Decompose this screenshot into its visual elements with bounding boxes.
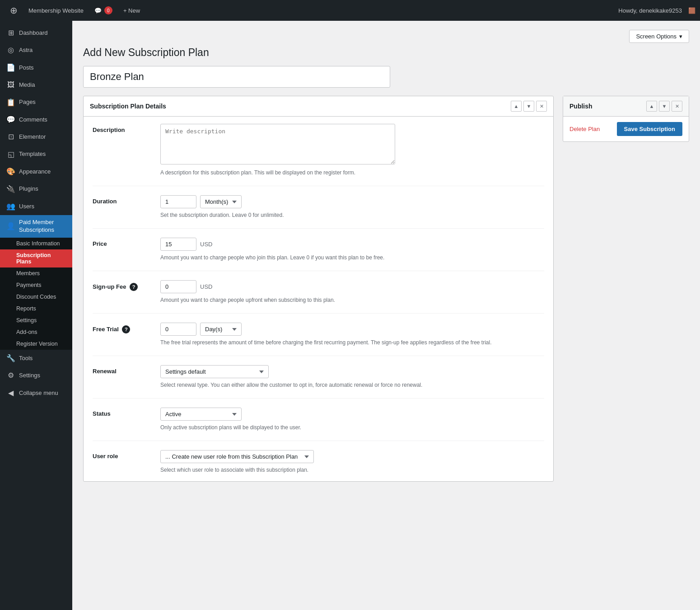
duration-input[interactable] — [160, 195, 196, 208]
signup-fee-field: USD Amount you want to charge people upf… — [160, 280, 544, 304]
metabox-body: Description A description for this subsc… — [84, 117, 553, 481]
free-trial-input[interactable] — [160, 323, 196, 336]
sidebar: ⊞ Dashboard ◎ Astra 📄 Posts 🖼 Media 📋 Pa… — [0, 21, 72, 610]
sidebar-item-pages[interactable]: 📋 Pages — [0, 94, 72, 111]
metabox-close-button[interactable]: ✕ — [536, 101, 547, 112]
astra-icon: ◎ — [6, 45, 15, 55]
form-row-description: Description A description for this subsc… — [93, 124, 544, 186]
subscription-plan-details-metabox: Subscription Plan Details ▲ ▼ ✕ Descript… — [83, 96, 554, 482]
sidebar-item-dashboard[interactable]: ⊞ Dashboard — [0, 24, 72, 42]
plan-name-input[interactable] — [83, 66, 390, 88]
sidebar-item-templates[interactable]: ◱ Templates — [0, 146, 72, 163]
adminbar-site-name[interactable]: Membership Website — [23, 0, 89, 21]
submenu-subscription-plans[interactable]: Subscription Plans — [0, 249, 72, 267]
price-input[interactable] — [160, 238, 196, 251]
price-label: Price — [93, 238, 151, 247]
sidebar-item-tools[interactable]: 🔧 Tools — [0, 350, 72, 367]
publish-collapse-up-button[interactable]: ▲ — [646, 101, 657, 112]
price-field: USD Amount you want to charge people who… — [160, 238, 544, 262]
publish-metabox-controls: ▲ ▼ ✕ — [646, 101, 682, 112]
submenu-reports[interactable]: Reports — [0, 303, 72, 314]
admin-bar: ⊕ Membership Website 💬 0 + New Howdy, de… — [0, 0, 700, 21]
metabox-collapse-down-button[interactable]: ▼ — [523, 101, 534, 112]
free-trial-hint: The free trial represents the amount of … — [160, 338, 544, 347]
chevron-down-icon: ▾ — [679, 33, 682, 40]
duration-hint: Set the subscription duration. Leave 0 f… — [160, 211, 544, 219]
submenu-add-ons[interactable]: Add-ons — [0, 326, 72, 338]
page-title: Add New Subscription Plan — [83, 47, 689, 59]
signup-fee-input[interactable] — [160, 280, 196, 293]
price-currency: USD — [200, 241, 212, 248]
sidebar-item-settings[interactable]: ⚙ Settings — [0, 367, 72, 384]
duration-label: Duration — [93, 195, 151, 205]
signup-fee-hint: Amount you want to charge people upfront… — [160, 296, 544, 304]
pages-icon: 📋 — [6, 98, 15, 108]
form-row-price: Price USD Amount you want to charge peop… — [93, 238, 544, 271]
submenu-discount-codes[interactable]: Discount Codes — [0, 291, 72, 303]
signup-fee-help-icon[interactable]: ? — [130, 283, 138, 291]
appearance-icon: 🎨 — [6, 167, 15, 177]
sidebar-item-plugins[interactable]: 🔌 Plugins — [0, 181, 72, 198]
sidebar-item-paid-member[interactable]: 👤 Paid Member Subscriptions — [0, 215, 72, 238]
duration-field: Day(s) Week(s) Month(s) Year(s) Set the … — [160, 195, 544, 219]
main-content: Screen Options ▾ Add New Subscription Pl… — [72, 21, 700, 610]
metabox-collapse-up-button[interactable]: ▲ — [511, 101, 522, 112]
adminbar-new[interactable]: + New — [118, 0, 145, 21]
save-subscription-button[interactable]: Save Subscription — [617, 122, 682, 136]
metabox-controls: ▲ ▼ ✕ — [511, 101, 547, 112]
description-textarea[interactable] — [160, 124, 395, 164]
dashboard-icon: ⊞ — [6, 28, 15, 38]
collapse-icon: ◀ — [6, 388, 15, 398]
publish-metabox-header[interactable]: Publish ▲ ▼ ✕ — [563, 96, 689, 117]
sidebar-item-comments[interactable]: 💬 Comments — [0, 111, 72, 128]
plugins-icon: 🔌 — [6, 184, 15, 194]
settings-icon: ⚙ — [6, 371, 15, 380]
user-role-select[interactable]: ... Create new user role from this Subsc… — [160, 450, 314, 463]
renewal-hint: Select renewal type. You can either allo… — [160, 381, 544, 389]
price-hint: Amount you want to charge people who joi… — [160, 253, 544, 262]
publish-metabox: Publish ▲ ▼ ✕ Delete Plan Save Subscript… — [563, 96, 689, 142]
delete-plan-button[interactable]: Delete Plan — [569, 126, 600, 132]
screen-options-button[interactable]: Screen Options ▾ — [629, 30, 689, 43]
renewal-label: Renewal — [93, 365, 151, 375]
paid-member-icon: 👤 — [6, 221, 15, 231]
submenu-payments[interactable]: Payments — [0, 279, 72, 291]
free-trial-unit-select[interactable]: Day(s) Week(s) Month(s) — [200, 323, 242, 336]
submenu-register-version[interactable]: Register Version — [0, 338, 72, 350]
metabox-title: Subscription Plan Details — [90, 103, 166, 110]
submenu-settings[interactable]: Settings — [0, 314, 72, 326]
free-trial-label: Free Trial ? — [93, 323, 151, 333]
renewal-select[interactable]: Settings default Allow customer opt-in F… — [160, 365, 269, 378]
free-trial-help-icon[interactable]: ? — [122, 325, 130, 333]
publish-collapse-down-button[interactable]: ▼ — [659, 101, 670, 112]
user-role-field: ... Create new user role from this Subsc… — [160, 450, 544, 474]
media-icon: 🖼 — [6, 80, 15, 90]
form-row-signup-fee: Sign-up Fee ? USD Amount you want to cha… — [93, 280, 544, 314]
adminbar-comments[interactable]: 💬 0 — [89, 0, 118, 21]
status-field: Active Inactive Only active subscription… — [160, 408, 544, 432]
status-select[interactable]: Active Inactive — [160, 408, 242, 421]
sidebar-item-media[interactable]: 🖼 Media — [0, 76, 72, 94]
sidebar-item-posts[interactable]: 📄 Posts — [0, 59, 72, 76]
submenu-members[interactable]: Members — [0, 267, 72, 279]
submenu-basic-information[interactable]: Basic Information — [0, 238, 72, 249]
form-row-duration: Duration Day(s) Week(s) Month(s) Year(s) — [93, 195, 544, 229]
templates-icon: ◱ — [6, 150, 15, 160]
description-label: Description — [93, 124, 151, 133]
sidebar-item-appearance[interactable]: 🎨 Appearance — [0, 163, 72, 180]
publish-title: Publish — [569, 103, 593, 110]
duration-unit-select[interactable]: Day(s) Week(s) Month(s) Year(s) — [200, 195, 242, 208]
status-label: Status — [93, 408, 151, 417]
sidebar-item-astra[interactable]: ◎ Astra — [0, 42, 72, 59]
metabox-header[interactable]: Subscription Plan Details ▲ ▼ ✕ — [84, 96, 553, 117]
status-hint: Only active subscription plans will be d… — [160, 423, 544, 432]
screen-options-bar: Screen Options ▾ — [83, 30, 689, 43]
sidebar-item-collapse[interactable]: ◀ Collapse menu — [0, 385, 72, 402]
publish-actions: Delete Plan Save Subscription — [563, 117, 689, 141]
elementor-icon: ⊡ — [6, 132, 15, 142]
publish-close-button[interactable]: ✕ — [672, 101, 682, 112]
wp-logo-icon[interactable]: ⊕ — [5, 5, 23, 16]
sidebar-item-elementor[interactable]: ⊡ Elementor — [0, 128, 72, 145]
user-role-hint: Select which user role to associate with… — [160, 466, 544, 474]
sidebar-item-users[interactable]: 👥 Users — [0, 198, 72, 215]
